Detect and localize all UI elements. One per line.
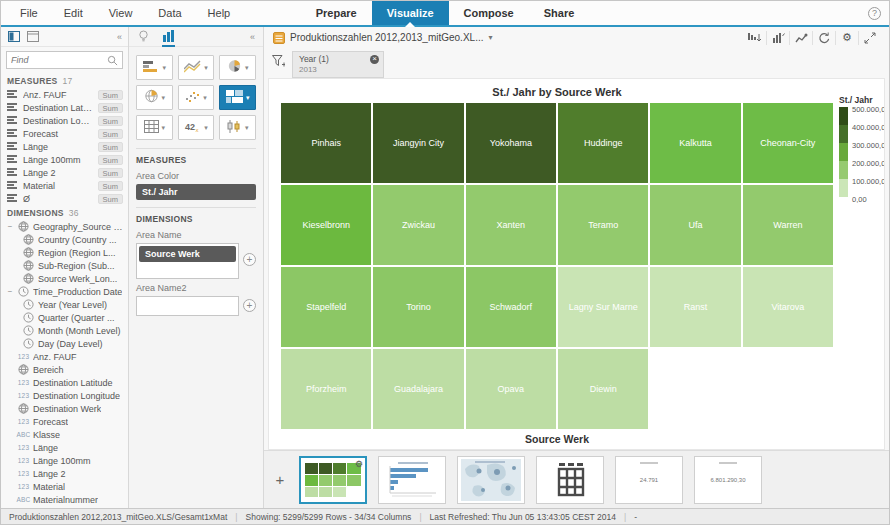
dimension-item[interactable]: Year (Year Level) (1, 298, 128, 311)
measure-item[interactable]: Länge 100mmSum (1, 153, 128, 166)
treemap-tile[interactable]: Guadalajara (373, 349, 463, 429)
measure-item[interactable]: ØSum (1, 192, 128, 205)
dimension-item[interactable]: −Time_Production Date (1, 285, 128, 298)
treemap-tile[interactable]: Huddinge (558, 103, 648, 183)
ranking-icon[interactable] (766, 31, 789, 45)
area-name2-feed[interactable] (136, 296, 239, 316)
dataset-chevron-icon[interactable]: ▾ (488, 33, 492, 42)
chevron-down-icon[interactable]: ▾ (162, 124, 166, 132)
related-visualizations-icon[interactable] (137, 30, 150, 43)
visualization-thumbnail-kpi[interactable]: 24.791 (615, 456, 683, 504)
chevron-down-icon[interactable]: ▾ (203, 94, 207, 102)
aggregation-badge[interactable]: Sum (98, 129, 123, 139)
dimension-item[interactable]: 123Anz. FAUF (1, 350, 128, 363)
dimension-item[interactable]: 123Länge (1, 441, 128, 454)
visualization-thumbnail-heatmap[interactable]: ⚙ (299, 456, 367, 504)
tab-visualize[interactable]: Visualize (372, 1, 449, 25)
geo-chart-button[interactable]: ▾ (136, 85, 173, 110)
remove-filter-icon[interactable]: × (370, 55, 379, 64)
tab-compose[interactable]: Compose (449, 1, 529, 25)
tree-expander-icon[interactable]: − (6, 222, 14, 231)
settings-icon[interactable]: ⚙ (835, 31, 858, 45)
chart-builder-icon[interactable] (162, 30, 175, 42)
treemap-tile[interactable]: Pforzheim (281, 349, 371, 429)
refresh-icon[interactable] (812, 31, 835, 45)
chevron-down-icon[interactable]: ▾ (245, 64, 249, 72)
treemap-tile[interactable]: Opava (466, 349, 556, 429)
visualization-thumbnail-kpi[interactable]: 6.801.290,30 (694, 456, 762, 504)
heatmap-button[interactable]: ▾ (219, 85, 256, 110)
treemap-tile[interactable]: Vitarova (743, 267, 833, 347)
dimension-item[interactable]: −Geography_Source W... (1, 220, 128, 233)
aggregation-badge[interactable]: Sum (98, 155, 123, 165)
visualization-thumbnail-crosstab[interactable] (536, 456, 604, 504)
measure-item[interactable]: Länge 2Sum (1, 166, 128, 179)
thumbnail-settings-icon[interactable]: ⚙ (355, 459, 363, 469)
dimension-item[interactable]: Region (Region L... (1, 246, 128, 259)
measure-item[interactable]: LängeSum (1, 140, 128, 153)
dimension-item[interactable]: Day (Day Level) (1, 337, 128, 350)
chevron-down-icon[interactable]: ▾ (246, 94, 250, 102)
area-color-chip[interactable]: St./ Jahr (136, 184, 256, 200)
numeric-point-button[interactable]: 42x▾ (178, 115, 215, 140)
add-visualization-button[interactable]: + (272, 471, 288, 488)
dimension-item[interactable]: 123Länge 2 (1, 467, 128, 480)
collapse-builder-panel-icon[interactable]: « (250, 32, 255, 42)
bar-chart-button[interactable]: ▾ (136, 55, 173, 80)
aggregation-badge[interactable]: Sum (98, 142, 123, 152)
aggregation-badge[interactable]: Sum (98, 181, 123, 191)
help-icon[interactable]: ? (868, 7, 881, 20)
search-input[interactable] (7, 55, 106, 65)
area-name-feed[interactable]: Source Werk (136, 243, 239, 279)
area-name-chip[interactable]: Source Werk (139, 246, 236, 262)
tab-prepare[interactable]: Prepare (301, 1, 372, 25)
chevron-down-icon[interactable]: ▾ (204, 64, 208, 72)
dimension-item[interactable]: 123Forecast (1, 415, 128, 428)
treemap-tile[interactable]: Lagny Sur Marne (558, 267, 648, 347)
chevron-down-icon[interactable]: ▾ (204, 124, 208, 132)
treemap-tile[interactable]: Torino (373, 267, 463, 347)
visualization-thumbnail-bar-chart[interactable] (378, 456, 446, 504)
collapse-left-panel-icon[interactable]: « (117, 32, 122, 42)
chevron-down-icon[interactable]: ▾ (163, 64, 167, 72)
aggregation-badge[interactable]: Sum (98, 90, 123, 100)
pie-chart-button[interactable]: ▾ (219, 55, 256, 80)
line-chart-button[interactable]: ▾ (178, 55, 215, 80)
measure-item[interactable]: Anz. FAUFSum (1, 88, 128, 101)
dimension-item[interactable]: Bereich (1, 363, 128, 376)
dimension-item[interactable]: 123Material (1, 480, 128, 493)
chevron-down-icon[interactable]: ▾ (162, 94, 166, 102)
treemap-tile[interactable]: Kalkutta (650, 103, 740, 183)
measure-item[interactable]: Destination LongitudeSum (1, 114, 128, 127)
menu-view[interactable]: View (96, 7, 146, 19)
tree-expander-icon[interactable]: − (6, 287, 14, 296)
treemap-tile[interactable]: Jiangyin City (373, 103, 463, 183)
treemap-tile[interactable]: Xanten (466, 185, 556, 265)
filter-token[interactable]: Year (1) 2013 × (292, 51, 384, 78)
menu-file[interactable]: File (7, 7, 51, 19)
window-view-icon[interactable] (26, 31, 39, 42)
tab-share[interactable]: Share (529, 1, 590, 25)
aggregation-badge[interactable]: Sum (98, 103, 123, 113)
dimension-item[interactable]: ABCKlasse (1, 428, 128, 441)
filter-icon[interactable] (272, 55, 285, 68)
measure-item[interactable]: Destination LatitudeSum (1, 101, 128, 114)
dimension-item[interactable]: Source Werk_Lon... (1, 272, 128, 285)
split-view-icon[interactable] (7, 31, 20, 42)
add-dimension-icon[interactable]: + (243, 253, 256, 266)
aggregation-badge[interactable]: Sum (98, 116, 123, 126)
dimension-item[interactable]: 123Destination Latitude (1, 376, 128, 389)
crosstab-button[interactable]: ▾ (136, 115, 173, 140)
dimension-item[interactable]: Sub-Region (Sub... (1, 259, 128, 272)
visualization-thumbnail-geo-map[interactable] (457, 456, 525, 504)
treemap-tile[interactable]: Schwadorf (466, 267, 556, 347)
forecast-icon[interactable] (789, 31, 812, 45)
menu-help[interactable]: Help (195, 7, 244, 19)
box-plot-button[interactable]: ▾ (219, 115, 256, 140)
dimension-item[interactable]: ABCMaterialnummer (1, 493, 128, 506)
dimension-item[interactable]: Quarter (Quarter ... (1, 311, 128, 324)
treemap-tile[interactable]: Yokohama (466, 103, 556, 183)
sort-icon[interactable] (743, 31, 766, 45)
dimension-item[interactable]: Month (Month Level) (1, 324, 128, 337)
measure-item[interactable]: MaterialSum (1, 179, 128, 192)
